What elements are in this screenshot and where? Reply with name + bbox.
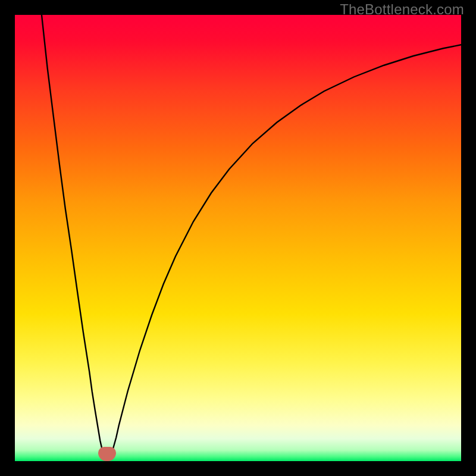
curve-right-path <box>110 45 461 459</box>
bottleneck-curve <box>15 15 461 461</box>
watermark-text: TheBottleneck.com <box>340 1 464 18</box>
plot-area <box>15 15 461 461</box>
chart-frame: TheBottleneck.com <box>0 0 476 476</box>
curve-left-path <box>42 15 104 459</box>
